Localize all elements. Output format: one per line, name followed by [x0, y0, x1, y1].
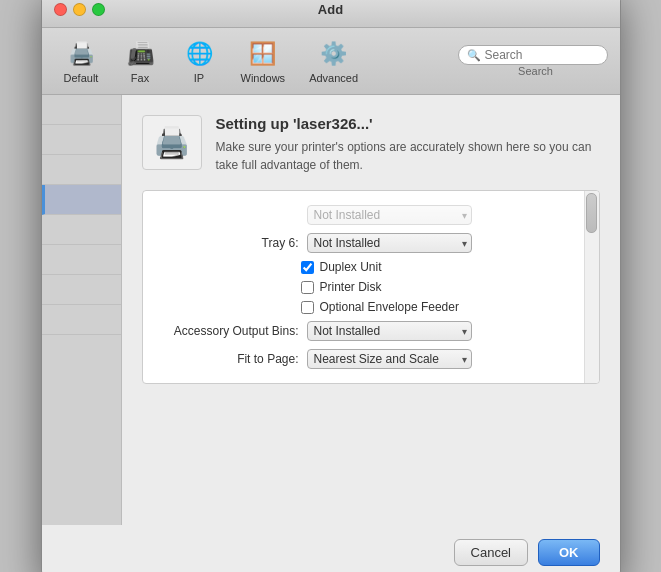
sidebar-item-8	[42, 305, 121, 335]
ok-button[interactable]: OK	[538, 539, 600, 566]
sidebar-item-7	[42, 275, 121, 305]
windows-label: Windows	[241, 72, 286, 84]
fit-to-page-label: Fit to Page:	[159, 352, 299, 366]
default-icon: 🖨️	[65, 38, 97, 70]
duplex-label: Duplex Unit	[320, 260, 382, 274]
fax-label: Fax	[131, 72, 149, 84]
scrollbar[interactable]	[584, 191, 599, 383]
sidebar-item-6	[42, 245, 121, 275]
tray6-control: Not Installed Installed	[307, 233, 563, 253]
default-button[interactable]: 🖨️ Default	[54, 34, 109, 88]
main-window: Add 🖨️ Default 📠 Fax 🌐 IP 🪟 Windows ⚙️ A…	[41, 0, 621, 572]
printer-disk-checkbox[interactable]	[301, 281, 314, 294]
sidebar-item-2	[42, 125, 121, 155]
printer-disk-checkbox-row: Printer Disk	[301, 277, 579, 297]
tray-faded-select-wrapper: Not Installed	[307, 205, 472, 225]
accessory-label: Accessory Output Bins:	[159, 324, 299, 338]
accessory-select[interactable]: Not Installed Installed	[307, 321, 472, 341]
window-controls	[54, 3, 105, 16]
tray-faded-control: Not Installed	[307, 205, 563, 225]
envelope-checkbox-row: Optional Envelope Feeder	[301, 297, 579, 317]
windows-button[interactable]: 🪟 Windows	[231, 34, 296, 88]
default-label: Default	[64, 72, 99, 84]
accessory-control: Not Installed Installed	[307, 321, 563, 341]
maximize-button[interactable]	[92, 3, 105, 16]
envelope-checkbox[interactable]	[301, 301, 314, 314]
main-panel: 🖨️ Setting up 'laser326...' Make sure yo…	[122, 95, 620, 525]
advanced-label: Advanced	[309, 72, 358, 84]
search-area: 🔍 Search	[372, 45, 607, 77]
printer-disk-row: Printer Disk	[301, 277, 579, 297]
duplex-checkbox-row: Duplex Unit	[301, 257, 579, 277]
sidebar-item-5	[42, 215, 121, 245]
tray-faded-select[interactable]: Not Installed	[307, 205, 472, 225]
windows-icon: 🪟	[247, 38, 279, 70]
sidebar	[42, 95, 122, 525]
tray6-row: Tray 6: Not Installed Installed	[143, 229, 599, 257]
printer-image: 🖨️	[142, 115, 202, 170]
fit-to-page-select-wrapper: Nearest Size and Scale Scale to Fit Exac…	[307, 349, 472, 369]
close-button[interactable]	[54, 3, 67, 16]
options-panel: Not Installed Tray 6: Not Installed Inst…	[142, 190, 600, 384]
sidebar-item-1	[42, 95, 121, 125]
advanced-icon: ⚙️	[318, 38, 350, 70]
advanced-button[interactable]: ⚙️ Advanced	[299, 34, 368, 88]
printer-heading: Setting up 'laser326...'	[216, 115, 600, 132]
tray-faded-row: Not Installed	[143, 201, 599, 229]
cancel-button[interactable]: Cancel	[454, 539, 528, 566]
ip-label: IP	[194, 72, 204, 84]
printer-icon: 🖨️	[153, 125, 190, 160]
duplex-row: Duplex Unit	[301, 257, 579, 277]
fit-to-page-select[interactable]: Nearest Size and Scale Scale to Fit Exac…	[307, 349, 472, 369]
scrollbar-thumb[interactable]	[586, 193, 597, 233]
fit-to-page-row: Fit to Page: Nearest Size and Scale Scal…	[143, 345, 599, 373]
printer-header: 🖨️ Setting up 'laser326...' Make sure yo…	[142, 115, 600, 174]
ip-button[interactable]: 🌐 IP	[172, 34, 227, 88]
ip-icon: 🌐	[183, 38, 215, 70]
fax-icon: 📠	[124, 38, 156, 70]
search-label: Search	[518, 65, 553, 77]
printer-disk-label: Printer Disk	[320, 280, 382, 294]
printer-description: Make sure your printer's options are acc…	[216, 138, 600, 174]
duplex-checkbox[interactable]	[301, 261, 314, 274]
search-box[interactable]: 🔍	[458, 45, 608, 65]
window-title: Add	[318, 2, 343, 17]
printer-info: Setting up 'laser326...' Make sure your …	[216, 115, 600, 174]
tray6-select[interactable]: Not Installed Installed	[307, 233, 472, 253]
minimize-button[interactable]	[73, 3, 86, 16]
sidebar-item-3	[42, 155, 121, 185]
fit-to-page-control: Nearest Size and Scale Scale to Fit Exac…	[307, 349, 563, 369]
envelope-label: Optional Envelope Feeder	[320, 300, 459, 314]
search-input[interactable]	[485, 48, 599, 62]
content-area: 🖨️ Setting up 'laser326...' Make sure yo…	[42, 95, 620, 525]
accessory-row: Accessory Output Bins: Not Installed Ins…	[143, 317, 599, 345]
accessory-select-wrapper: Not Installed Installed	[307, 321, 472, 341]
tray6-select-wrapper: Not Installed Installed	[307, 233, 472, 253]
envelope-row: Optional Envelope Feeder	[301, 297, 579, 317]
titlebar: Add	[42, 0, 620, 28]
search-icon: 🔍	[467, 49, 481, 62]
fax-button[interactable]: 📠 Fax	[113, 34, 168, 88]
tray6-label: Tray 6:	[159, 236, 299, 250]
button-bar: Cancel OK	[42, 525, 620, 572]
sidebar-item-active[interactable]	[42, 185, 121, 215]
toolbar: 🖨️ Default 📠 Fax 🌐 IP 🪟 Windows ⚙️ Advan…	[42, 28, 620, 95]
